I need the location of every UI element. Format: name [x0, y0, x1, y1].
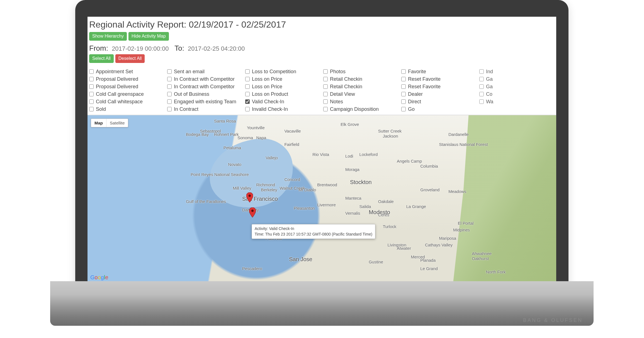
info-time-line: Time: Thu Feb 23 2017 10:57:32 GMT-0800 … — [255, 232, 373, 237]
filter-checkbox[interactable] — [323, 92, 328, 96]
filter-checkbox[interactable] — [167, 107, 172, 111]
filter-item[interactable]: Retail Checkin — [323, 75, 398, 83]
city-label: Atwater — [397, 246, 411, 251]
filter-item[interactable]: Wa — [479, 98, 555, 106]
filter-item[interactable]: Notes — [323, 98, 398, 106]
filter-item[interactable]: Valid Check-In — [245, 98, 320, 106]
filter-checkbox[interactable] — [479, 99, 484, 104]
filter-label: Loss to Competition — [252, 69, 296, 75]
filter-item[interactable]: Sent an email — [167, 68, 242, 75]
filter-checkbox[interactable] — [245, 107, 250, 111]
filter-checkbox[interactable] — [89, 92, 94, 96]
filter-item[interactable]: Ga — [479, 75, 555, 83]
filter-checkbox[interactable] — [401, 77, 406, 81]
show-hierarchy-button[interactable]: Show Hierarchy — [89, 32, 127, 41]
filter-checkbox[interactable] — [401, 69, 406, 74]
activity-map[interactable]: Map Satellite San FranciscoSan JoseDaly … — [88, 115, 556, 283]
filter-item[interactable]: Detail View — [323, 90, 398, 98]
filter-checkbox[interactable] — [167, 84, 172, 89]
filter-item[interactable]: In Contract with Competitor — [167, 75, 242, 83]
laptop-base — [50, 281, 594, 326]
filter-label: Proposal Delivered — [96, 76, 138, 82]
filter-checkbox[interactable] — [245, 99, 250, 104]
map-type-map[interactable]: Map — [91, 119, 106, 127]
filter-item[interactable]: Direct — [401, 98, 477, 106]
filter-item[interactable]: Loss to Competition — [245, 68, 320, 75]
filter-item[interactable]: Engaged with existing Team — [167, 98, 242, 106]
filter-item[interactable]: Proposal Delivered — [89, 83, 164, 90]
filter-checkbox[interactable] — [167, 92, 172, 96]
city-label: Le Grand — [420, 266, 438, 271]
filter-item[interactable]: Sold — [89, 106, 164, 113]
filter-checkbox[interactable] — [479, 92, 484, 96]
filter-item[interactable]: Reset Favorite — [401, 83, 477, 90]
filter-label: Reset Favorite — [408, 84, 441, 90]
filter-item[interactable]: Photos — [323, 68, 398, 75]
filter-checkbox[interactable] — [167, 77, 172, 81]
city-label: Berkeley — [261, 187, 277, 192]
filter-checkbox[interactable] — [167, 99, 172, 104]
city-label: Petaluma — [223, 145, 241, 150]
filter-label: Cold Call whitespace — [96, 99, 143, 105]
filter-checkbox[interactable] — [245, 92, 250, 96]
filter-item[interactable]: Dealer — [401, 90, 477, 98]
filter-item[interactable]: Reset Favorite — [401, 75, 477, 83]
filter-item[interactable]: Appointment Set — [89, 68, 164, 75]
filter-checkbox[interactable] — [245, 84, 250, 89]
filter-checkbox[interactable] — [323, 84, 328, 89]
filter-checkbox[interactable] — [323, 69, 328, 74]
city-label: Richmond — [256, 182, 275, 187]
map-type-satellite[interactable]: Satellite — [106, 119, 128, 127]
filter-item[interactable]: Ind — [479, 68, 555, 75]
filter-checkbox[interactable] — [323, 107, 328, 111]
filter-item[interactable]: Co — [479, 90, 555, 98]
filter-item[interactable]: Favorite — [401, 68, 477, 75]
laptop-frame: Regional Activity Report: 02/19/2017 - 0… — [75, 0, 568, 295]
filter-checkbox[interactable] — [401, 99, 406, 104]
filter-label: Co — [486, 91, 492, 97]
filter-column: Appointment SetProposal DeliveredProposa… — [89, 68, 164, 113]
filter-item[interactable]: Retail Checkin — [323, 83, 398, 90]
filter-item[interactable]: Proposal Delivered — [89, 75, 164, 83]
map-marker-icon[interactable] — [246, 192, 253, 202]
filter-checkbox[interactable] — [245, 69, 250, 74]
filter-item[interactable]: In Contract with Competitor — [167, 83, 242, 90]
filter-item[interactable]: Loss on Price — [245, 75, 320, 83]
filter-label: Loss on Price — [252, 84, 282, 90]
filter-checkbox[interactable] — [323, 77, 328, 81]
city-label: Lodi — [345, 154, 353, 158]
filter-item[interactable]: Loss on Price — [245, 83, 320, 90]
filter-checkbox[interactable] — [479, 77, 484, 81]
filter-checkbox[interactable] — [167, 69, 172, 74]
filter-checkbox[interactable] — [479, 84, 484, 89]
filter-checkbox[interactable] — [89, 84, 94, 89]
filter-item[interactable]: Out of Business — [167, 90, 242, 98]
deselect-all-button[interactable]: Deselect All — [115, 54, 145, 63]
filter-checkbox[interactable] — [401, 84, 406, 89]
filter-label: Retail Checkin — [330, 76, 362, 82]
city-label: Sonoma — [237, 135, 253, 140]
filter-item[interactable]: Ga — [479, 83, 555, 90]
filter-item[interactable]: Go — [401, 106, 477, 113]
select-all-button[interactable]: Select All — [89, 54, 114, 63]
filter-checkbox[interactable] — [245, 77, 250, 81]
city-label: Lockeford — [359, 152, 378, 157]
filter-checkbox[interactable] — [479, 69, 484, 74]
filter-item[interactable]: Cold Call greenspace — [89, 90, 164, 98]
city-label: Pleasanton — [294, 206, 315, 210]
filter-item[interactable]: Invalid Check-In — [245, 106, 320, 113]
map-marker-icon[interactable] — [249, 207, 256, 217]
filter-checkbox[interactable] — [89, 77, 94, 81]
filter-checkbox[interactable] — [89, 107, 94, 111]
page-title: Regional Activity Report: 02/19/2017 - 0… — [88, 17, 556, 32]
filter-item[interactable]: Campaign Disposition — [323, 106, 398, 113]
filter-checkbox[interactable] — [89, 99, 94, 104]
filter-checkbox[interactable] — [401, 107, 406, 111]
filter-item[interactable]: Cold Call whitespace — [89, 98, 164, 106]
filter-item[interactable]: Loss on Product — [245, 90, 320, 98]
filter-checkbox[interactable] — [401, 92, 406, 96]
filter-checkbox[interactable] — [89, 69, 94, 74]
filter-item[interactable]: In Contract — [167, 106, 242, 113]
filter-checkbox[interactable] — [323, 99, 328, 104]
hide-activity-map-button[interactable]: Hide Activity Map — [128, 32, 169, 41]
